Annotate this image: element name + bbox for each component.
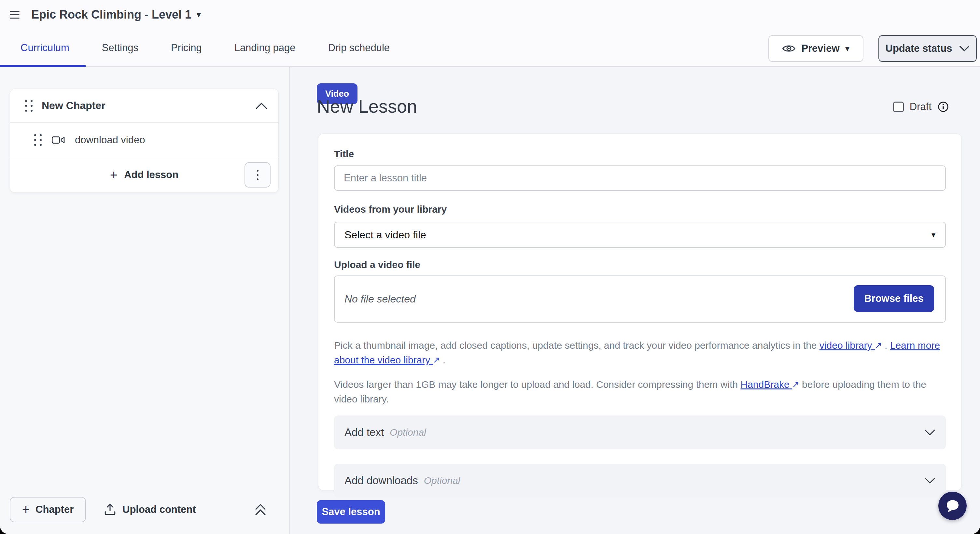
select-value: Select a video file <box>344 229 426 241</box>
upload-content-label: Upload content <box>123 504 196 515</box>
tab-landing-page[interactable]: Landing page <box>218 29 312 67</box>
external-link-icon: ↗ <box>433 353 440 367</box>
library-field-label: Videos from your library <box>334 204 946 215</box>
chat-bubble-icon <box>945 499 960 513</box>
page-title: New Lesson <box>317 96 417 117</box>
update-status-label: Update status <box>886 43 952 54</box>
lesson-row[interactable]: download video <box>10 123 278 157</box>
video-library-help-text: Pick a thumbnail image, add closed capti… <box>334 338 946 368</box>
collapse-double-chevron-up-icon[interactable] <box>254 503 267 516</box>
handbrake-link[interactable]: HandBrake ↗ <box>741 379 799 390</box>
chapter-footer-row: + Add lesson <box>10 157 278 192</box>
chat-widget-button[interactable] <box>938 492 967 520</box>
title-field-label: Title <box>334 148 946 159</box>
chevron-down-icon <box>924 477 935 484</box>
draft-label: Draft <box>910 101 931 113</box>
tab-pricing[interactable]: Pricing <box>155 29 218 67</box>
preview-button-label: Preview <box>801 43 839 54</box>
draft-toggle-row: Draft <box>893 101 949 113</box>
upload-field-label: Upload a video file <box>334 259 946 270</box>
external-link-icon: ↗ <box>792 377 799 391</box>
caret-down-icon: ▾ <box>197 11 200 19</box>
lesson-form-card: Title Videos from your library Select a … <box>318 134 962 490</box>
tab-bar: Curriculum Settings Pricing Landing page… <box>0 29 980 67</box>
video-library-select[interactable]: Select a video file ▾ <box>334 222 946 248</box>
tab-drip-schedule[interactable]: Drip schedule <box>312 29 406 67</box>
course-title: Epic Rock Climbing - Level 1 <box>31 8 191 22</box>
help-text: Pick a thumbnail image, add closed capti… <box>334 340 819 351</box>
add-text-label: Add text <box>344 426 384 439</box>
caret-down-icon: ▾ <box>846 44 850 52</box>
add-text-accordion[interactable]: Add text Optional <box>334 415 946 449</box>
top-bar: Epic Rock Climbing - Level 1 ▾ <box>0 0 980 29</box>
help-text: . <box>440 354 445 366</box>
sidebar-footer: + Chapter Upload content <box>0 488 290 534</box>
lesson-title-input[interactable] <box>334 165 946 191</box>
chevron-down-icon <box>959 45 970 52</box>
file-upload-area[interactable]: No file selected Browse files <box>334 275 946 323</box>
add-downloads-accordion[interactable]: Add downloads Optional <box>334 464 946 497</box>
draft-checkbox[interactable] <box>893 102 904 112</box>
no-file-text: No file selected <box>344 293 416 305</box>
add-lesson-button[interactable]: + Add lesson <box>110 168 178 181</box>
upload-icon <box>104 503 116 516</box>
caret-down-icon: ▾ <box>931 230 935 239</box>
chapter-card: New Chapter download video + Add lesson <box>10 89 279 193</box>
chevron-up-icon[interactable] <box>256 102 267 110</box>
help-text: . <box>882 340 890 351</box>
save-lesson-button[interactable]: Save lesson <box>317 500 385 524</box>
browse-files-button[interactable]: Browse files <box>854 285 934 312</box>
optional-label: Optional <box>390 427 426 438</box>
video-camera-icon <box>51 135 65 145</box>
lesson-title: download video <box>75 134 145 146</box>
course-builder-app: Epic Rock Climbing - Level 1 ▾ Curriculu… <box>0 0 980 534</box>
help-text: Videos larger than 1GB may take longer t… <box>334 379 741 390</box>
chapter-header-row[interactable]: New Chapter <box>10 89 278 123</box>
drag-handle-icon[interactable] <box>34 134 42 146</box>
lesson-editor: Video New Lesson Draft Title Videos from… <box>291 67 980 534</box>
optional-label: Optional <box>424 475 460 486</box>
course-title-dropdown[interactable]: Epic Rock Climbing - Level 1 ▾ <box>31 8 200 22</box>
hamburger-menu-icon[interactable] <box>10 11 19 19</box>
add-chapter-label: Chapter <box>35 504 73 515</box>
update-status-button[interactable]: Update status <box>878 35 977 62</box>
drag-handle-icon[interactable] <box>25 100 33 112</box>
curriculum-sidebar: New Chapter download video + Add lesson <box>0 67 290 534</box>
add-chapter-button[interactable]: + Chapter <box>10 497 86 522</box>
tab-settings[interactable]: Settings <box>86 29 155 67</box>
plus-icon: + <box>22 503 30 516</box>
chapter-title: New Chapter <box>42 100 105 112</box>
plus-icon: + <box>110 168 118 181</box>
compression-help-text: Videos larger than 1GB may take longer t… <box>334 377 946 406</box>
upload-content-button[interactable]: Upload content <box>104 503 196 516</box>
chapter-options-menu-button[interactable] <box>245 162 270 188</box>
add-lesson-label: Add lesson <box>124 169 178 181</box>
video-library-link[interactable]: video library ↗ <box>819 340 882 351</box>
preview-button[interactable]: Preview ▾ <box>768 35 864 62</box>
external-link-icon: ↗ <box>875 338 882 352</box>
tab-curriculum[interactable]: Curriculum <box>0 29 86 67</box>
chevron-down-icon <box>924 429 935 436</box>
info-icon[interactable] <box>937 101 949 113</box>
add-downloads-label: Add downloads <box>344 474 418 487</box>
eye-icon <box>783 44 795 53</box>
